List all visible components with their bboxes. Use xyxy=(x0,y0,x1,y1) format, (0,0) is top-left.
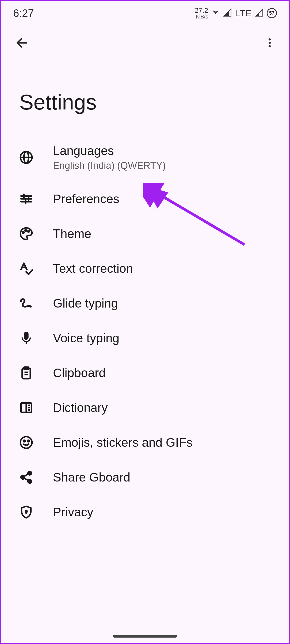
status-time: 6:27 xyxy=(13,7,34,19)
network-speed: 27.2 KiB/s xyxy=(195,7,208,19)
hotspot-icon xyxy=(211,8,220,18)
svg-point-3 xyxy=(269,45,271,47)
list-item-title: Dictionary xyxy=(53,400,108,415)
list-item-glide-typing[interactable]: Glide typing xyxy=(1,286,289,321)
list-item-text-correction[interactable]: Text correction xyxy=(1,251,289,286)
list-item-title: Languages xyxy=(53,143,166,158)
settings-list: Languages English (India) (QWERTY) Prefe… xyxy=(1,125,289,529)
list-item-title: Glide typing xyxy=(53,296,118,310)
svg-point-30 xyxy=(27,440,29,442)
list-item-title: Theme xyxy=(53,226,91,241)
spellcheck-icon xyxy=(19,262,33,275)
list-item-voice-typing[interactable]: Voice typing xyxy=(1,321,289,355)
list-item-title: Voice typing xyxy=(53,331,119,345)
svg-point-13 xyxy=(22,232,24,233)
svg-point-1 xyxy=(269,38,271,40)
svg-point-28 xyxy=(20,437,32,448)
shield-icon xyxy=(19,505,33,519)
list-item-emojis[interactable]: Emojis, stickers and GIFs xyxy=(1,425,289,460)
svg-point-31 xyxy=(28,471,32,475)
list-item-title: Text correction xyxy=(53,261,133,276)
emoji-icon xyxy=(19,435,33,449)
book-icon xyxy=(19,401,33,415)
svg-point-15 xyxy=(28,231,29,232)
share-icon xyxy=(19,470,33,484)
svg-point-14 xyxy=(25,230,26,231)
palette-icon xyxy=(19,227,33,241)
sliders-icon xyxy=(19,192,33,206)
list-item-privacy[interactable]: Privacy xyxy=(1,495,289,529)
list-item-subtitle: English (India) (QWERTY) xyxy=(53,160,166,171)
list-item-title: Preferences xyxy=(53,192,119,206)
back-button[interactable] xyxy=(15,36,29,50)
svg-line-35 xyxy=(24,478,28,480)
navigation-handle[interactable] xyxy=(113,635,177,638)
status-bar: 6:27 27.2 KiB/s LTE 57 xyxy=(1,1,289,25)
svg-point-33 xyxy=(28,480,32,483)
status-right: 27.2 KiB/s LTE 57 xyxy=(195,7,277,19)
list-item-dictionary[interactable]: Dictionary xyxy=(1,390,289,425)
list-item-clipboard[interactable]: Clipboard xyxy=(1,355,289,390)
list-item-theme[interactable]: Theme xyxy=(1,216,289,251)
signal-icon xyxy=(223,8,232,18)
svg-point-2 xyxy=(269,42,271,44)
list-item-title: Privacy xyxy=(53,505,93,519)
squiggle-icon xyxy=(19,296,33,310)
svg-line-34 xyxy=(24,474,28,476)
list-item-title: Share Gboard xyxy=(53,470,130,484)
list-item-share-gboard[interactable]: Share Gboard xyxy=(1,460,289,495)
app-bar xyxy=(1,25,289,58)
network-type: LTE xyxy=(235,8,252,18)
svg-rect-20 xyxy=(24,367,28,369)
globe-icon xyxy=(19,150,33,164)
list-item-languages[interactable]: Languages English (India) (QWERTY) xyxy=(1,133,289,181)
svg-point-32 xyxy=(21,476,25,479)
signal-icon-2 xyxy=(255,8,264,18)
list-item-preferences[interactable]: Preferences xyxy=(1,181,289,216)
svg-point-29 xyxy=(23,440,25,442)
page-title: Settings xyxy=(1,58,289,125)
microphone-icon xyxy=(19,331,33,345)
battery-icon: 57 xyxy=(267,8,277,18)
clipboard-icon xyxy=(19,366,33,380)
svg-rect-17 xyxy=(25,332,28,339)
more-options-button[interactable] xyxy=(264,37,276,49)
list-item-title: Emojis, stickers and GIFs xyxy=(53,435,192,450)
list-item-title: Clipboard xyxy=(53,366,106,380)
